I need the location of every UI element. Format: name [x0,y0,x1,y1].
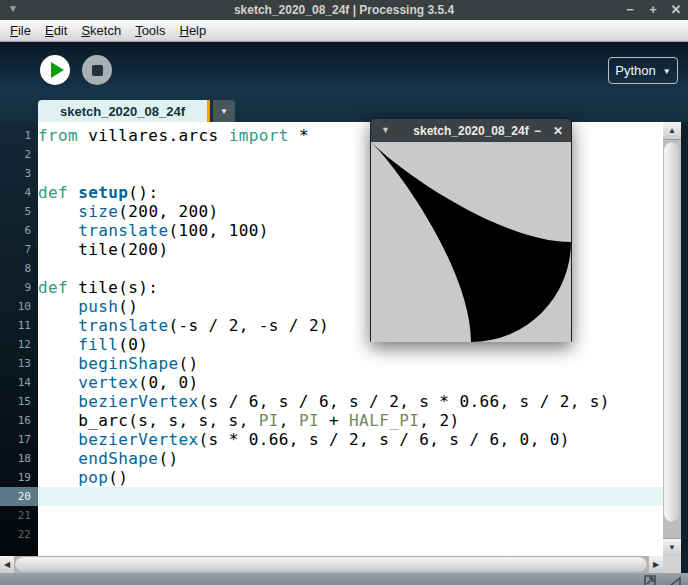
status-bar [0,573,688,585]
code-token: HALF_PI [349,411,419,430]
scroll-right-button[interactable]: ▶ [649,556,663,573]
code-token: from [38,126,78,145]
code-line-16[interactable]: b_arc(s, s, s, s, PI, PI + HALF_PI, 2) [38,411,663,430]
menu-sketch[interactable]: Sketch [74,21,128,40]
code-line-15[interactable]: bezierVertex(s / 6, s / 6, s / 2, s * 0.… [38,392,663,411]
code-token: (s * 0.66, s / 2, s / 6, s / 6, 0, 0) [199,430,570,449]
maximize-button[interactable]: + [647,1,659,19]
code-line-21[interactable] [38,506,663,525]
code-token: , 2) [419,411,459,430]
scroll-left-button[interactable]: ◀ [0,556,14,573]
stop-icon [92,65,103,76]
menu-edit[interactable]: Edit [38,21,74,40]
line-number: 17 [0,430,38,449]
window-title: sketch_2020_08_24f | Processing 3.5.4 [0,3,688,17]
tab-menu-button[interactable]: ▼ [213,100,235,122]
code-token [68,183,78,202]
sketch-window-title: sketch_2020_08_24f [413,124,528,138]
minimize-button[interactable]: − [534,124,541,138]
code-token: villares.arcs [78,126,229,145]
code-line-17[interactable]: bezierVertex(s * 0.66, s / 2, s / 6, s /… [38,430,663,449]
code-line-13[interactable]: beginShape() [38,354,663,373]
code-token: () [158,449,178,468]
horizontal-scrollbar-thumb[interactable] [15,557,647,572]
line-number-gutter: 12345678910111213141516171819202122 [0,122,38,556]
code-token [38,316,78,335]
chevron-down-icon: ▼ [663,66,671,76]
code-token: PI [259,411,279,430]
code-line-22[interactable] [38,525,663,544]
line-number: 3 [0,164,38,183]
sketch-output-window[interactable]: ▼ sketch_2020_08_24f − ✕ [370,118,572,342]
sketch-window-titlebar[interactable]: ▼ sketch_2020_08_24f − ✕ [371,119,571,142]
code-token: def [38,183,68,202]
close-button[interactable]: ✕ [670,1,682,19]
code-token [38,392,78,411]
sketch-canvas [371,142,571,342]
code-token: vertex [78,373,138,392]
window-menu-icon[interactable]: ▼ [381,125,390,135]
line-number: 15 [0,392,38,411]
code-token [38,297,78,316]
code-token [38,449,78,468]
window-titlebar: ▼ sketch_2020_08_24f | Processing 3.5.4 … [0,0,688,20]
menu-help[interactable]: Help [172,21,213,40]
code-token: * [289,126,309,145]
line-number: 21 [0,506,38,525]
code-line-18[interactable]: endShape() [38,449,663,468]
errors-flag-icon[interactable] [669,575,682,585]
code-line-19[interactable]: pop() [38,468,663,487]
menu-file[interactable]: File [3,21,38,40]
line-number: 18 [0,449,38,468]
close-button[interactable]: ✕ [553,124,563,138]
line-number: 12 [0,335,38,354]
code-line-20[interactable] [38,487,663,506]
code-token [38,468,78,487]
code-token: def [38,278,68,297]
line-number: 22 [0,525,38,544]
code-token: (100, 100) [168,221,268,240]
code-token: tile(200) [38,240,168,259]
vertical-scrollbar[interactable]: ▲ ▼ [663,122,681,556]
horizontal-scrollbar[interactable]: ◀ ▶ [0,556,663,573]
line-number: 10 [0,297,38,316]
code-token [38,335,78,354]
vertical-scrollbar-thumb[interactable] [664,142,680,522]
code-token: , [279,411,299,430]
menu-tools[interactable]: Tools [128,21,172,40]
menu-bar: FileEditSketchToolsHelp [0,20,688,42]
run-button[interactable] [40,55,70,85]
mode-selector-button[interactable]: Python ▼ [608,57,678,84]
code-token: import [229,126,289,145]
code-token: + [319,411,349,430]
code-token: () [108,468,128,487]
stop-button[interactable] [82,55,112,85]
line-number: 13 [0,354,38,373]
scroll-down-button[interactable]: ▼ [663,538,681,556]
code-token: bezierVertex [78,392,198,411]
line-number: 5 [0,202,38,221]
tab-sketch[interactable]: sketch_2020_08_24f [38,100,210,122]
code-token: () [118,297,138,316]
window-menu-icon[interactable]: ▼ [8,3,18,14]
code-token: (): [128,183,158,202]
code-token: endShape [78,449,158,468]
tab-label: sketch_2020_08_24f [60,104,185,119]
code-token: () [178,354,198,373]
scroll-up-button[interactable]: ▲ [663,122,681,140]
processing-ide-window: ▼ sketch_2020_08_24f | Processing 3.5.4 … [0,0,688,585]
line-number: 16 [0,411,38,430]
code-token: size [78,202,118,221]
code-token: pop [78,468,108,487]
code-token [38,354,78,373]
code-token: fill [78,335,118,354]
code-line-14[interactable]: vertex(0, 0) [38,373,663,392]
code-token: (200, 200) [118,202,218,221]
code-token [38,373,78,392]
line-number: 2 [0,145,38,164]
minimize-button[interactable]: − [624,1,636,19]
line-number: 7 [0,240,38,259]
chevron-down-icon: ▼ [220,107,228,116]
export-console-icon[interactable] [644,575,657,585]
line-number: 19 [0,468,38,487]
